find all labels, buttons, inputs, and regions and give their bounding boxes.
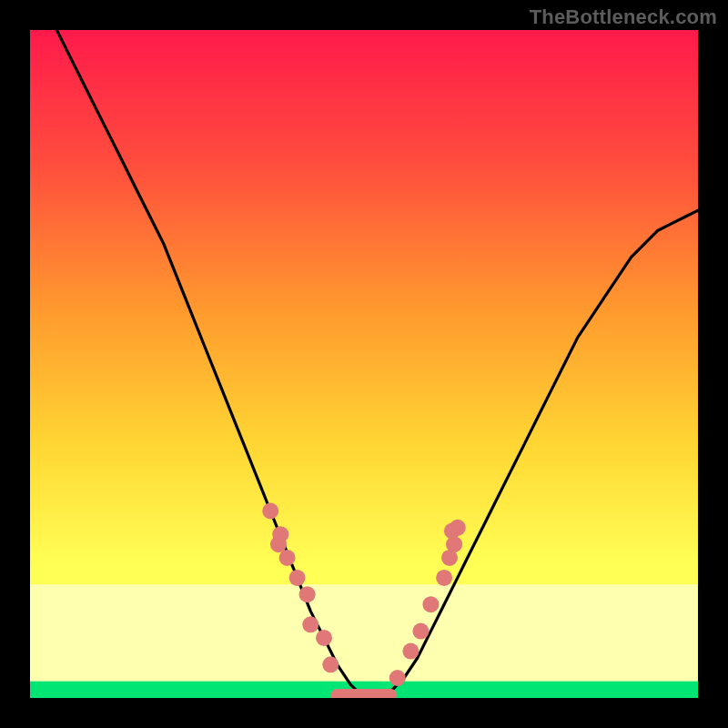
bands-layer: [30, 584, 698, 698]
marker-dot: [444, 523, 460, 540]
marker-dot: [299, 586, 316, 602]
marker-dot: [279, 550, 296, 566]
marker-dot: [302, 616, 318, 632]
watermark-text: TheBottleneck.com: [530, 5, 717, 29]
band-pale-yellow: [30, 584, 698, 698]
outer-frame: TheBottleneck.com: [0, 0, 728, 728]
marker-dot: [389, 670, 406, 686]
marker-dot: [436, 570, 452, 586]
marker-dot: [322, 656, 339, 672]
plot-area: [30, 30, 698, 698]
chart-svg: [30, 30, 698, 698]
marker-dot: [289, 570, 306, 586]
marker-dot: [402, 643, 419, 660]
marker-dot: [262, 503, 278, 520]
marker-dot: [316, 630, 332, 646]
marker-dot: [422, 596, 439, 612]
marker-dot: [270, 536, 287, 552]
marker-dot: [412, 623, 429, 640]
